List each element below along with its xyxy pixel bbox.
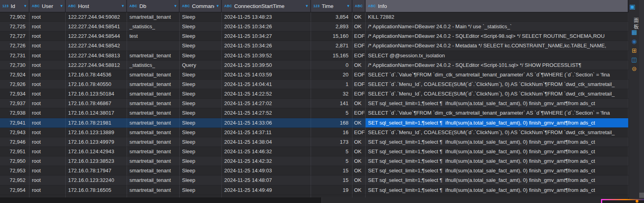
grid-cell[interactable]: 3,854: [311, 12, 352, 22]
grid-cell[interactable]: smartretail_tenant: [127, 70, 180, 80]
grid-cell[interactable]: smartretail_tenant: [127, 108, 180, 118]
grid-cell[interactable]: 122.227.244.94:58813: [66, 51, 127, 61]
grid-cell[interactable]: Sleep: [180, 70, 222, 80]
grid-cell[interactable]: OK: [352, 137, 366, 147]
grid-cell[interactable]: Sleep: [180, 147, 222, 156]
grid-cell[interactable]: 72,938: [0, 108, 29, 118]
grid-cell[interactable]: smartretail_tenant: [127, 166, 180, 176]
table-row[interactable]: 72,954root172.16.0.78:16505smartretail_t…: [0, 185, 628, 195]
horizontal-scrollbar-thumb[interactable]: [0, 197, 322, 203]
grid-cell[interactable]: 2024-11-25 14:04:41: [222, 80, 311, 89]
filter-arrow-icon[interactable]: ▼: [346, 4, 350, 8]
table-row[interactable]: 72,943root172.16.0.123:13889smartretail_…: [0, 128, 628, 137]
grid-cell[interactable]: [127, 41, 180, 51]
grid-cell[interactable]: 141: [311, 99, 352, 108]
grid-cell[interactable]: SET sql_select_limit=1;¶select ¶ ifnull(…: [366, 166, 628, 176]
grid-cell[interactable]: Sleep: [180, 41, 222, 51]
grid-cell[interactable]: OK: [352, 176, 366, 185]
grid-cell[interactable]: OK: [352, 166, 366, 176]
grid-cell[interactable]: KILL 72882: [366, 12, 628, 22]
table-row[interactable]: 72,950root172.16.0.123:38523smartretail_…: [0, 156, 628, 166]
grid-cell[interactable]: SELECT `d`.`Value`¶FROM `dim_ctk_smartre…: [366, 70, 628, 80]
grid-cell[interactable]: 2024-11-25 14:38:04: [222, 137, 311, 147]
grid-cell[interactable]: 2,893: [311, 22, 352, 31]
column-header-host[interactable]: ABCHost▼: [66, 0, 127, 12]
grid-cell[interactable]: 2024-11-25 10:39:50: [222, 61, 311, 70]
grid-cell[interactable]: root: [29, 22, 66, 31]
grid-cell[interactable]: 172.16.0.123:49979: [66, 137, 127, 147]
filter-arrow-icon[interactable]: ▼: [174, 4, 177, 8]
filter-arrow-icon[interactable]: ▼: [23, 4, 27, 8]
grid-cell[interactable]: 172.16.0.123:32240: [66, 176, 127, 185]
grid-cell[interactable]: EOF: [352, 89, 366, 99]
grid-cell[interactable]: Sleep: [180, 51, 222, 61]
grid-cell[interactable]: root: [29, 80, 66, 89]
layout-panel-icon[interactable]: ◫: [631, 56, 638, 63]
column-header-command[interactable]: ABCCommand▼: [180, 0, 222, 12]
grid-cell[interactable]: 122.227.244.94:58812: [66, 61, 127, 70]
grid-cell[interactable]: root: [29, 185, 66, 195]
grid-cell[interactable]: 172.16.0.78:46867: [66, 99, 127, 108]
grid-cell[interactable]: SELECT @@session.tx_isolation: [366, 51, 628, 61]
grid-cell[interactable]: root: [29, 156, 66, 166]
grid-cell[interactable]: smartretail_tenant: [127, 118, 180, 128]
grid-cell[interactable]: Sleep: [180, 22, 222, 31]
grid-cell[interactable]: EOF: [352, 70, 366, 80]
grid-cell[interactable]: 72,941: [0, 118, 29, 128]
grid-cell[interactable]: 2024-11-25 14:49:03: [222, 166, 311, 176]
grid-cell[interactable]: smartretail_tenant: [127, 147, 180, 156]
grid-cell[interactable]: 72,727: [0, 31, 29, 41]
table-row[interactable]: 72,941root172.16.0.78:21981smartretail_t…: [0, 118, 628, 128]
grid-cell[interactable]: smartretail_tenant: [127, 12, 180, 22]
grid-cell[interactable]: 172.16.0.124:38017: [66, 108, 127, 118]
grid-cell[interactable]: 72,951: [0, 147, 29, 156]
grid-cell[interactable]: root: [29, 70, 66, 80]
grid-cell[interactable]: 2024-11-25 10:39:52: [222, 51, 311, 61]
aggregate-panel-icon[interactable]: ⊜: [631, 65, 638, 72]
grid-cell[interactable]: 172.16.0.78:44536: [66, 70, 127, 80]
grid-cell[interactable]: Sleep: [180, 80, 222, 89]
grid-cell[interactable]: 122.227.244.94:58542: [66, 41, 127, 51]
grid-cell[interactable]: 173: [311, 137, 352, 147]
grid-cell[interactable]: 5: [311, 108, 352, 118]
grid-cell[interactable]: 15: [311, 176, 352, 185]
grid-cell[interactable]: 20: [311, 70, 352, 80]
grid-cell[interactable]: Sleep: [180, 166, 222, 176]
grid-cell[interactable]: 19: [311, 185, 352, 195]
grid-cell[interactable]: root: [29, 51, 66, 61]
grid-panel-icon[interactable]: ▦: [631, 29, 638, 35]
column-header-user[interactable]: ABCUser▼: [29, 0, 66, 12]
grid-cell[interactable]: 172.16.0.124:42943: [66, 147, 127, 156]
grid-cell[interactable]: root: [29, 89, 66, 99]
grid-cell[interactable]: /* ApplicationName=DBeaver 24.0.2 - SQLE…: [366, 61, 628, 70]
grid-cell[interactable]: SET sql_select_limit=1;¶select ¶ ifnull(…: [366, 147, 628, 156]
grid-cell[interactable]: SELECT `d`.`Menu_Id`, COALESCE(SUM(`d`.`…: [366, 89, 628, 99]
grid-cell[interactable]: EOF: [352, 31, 366, 41]
grid-cell[interactable]: Sleep: [180, 99, 222, 108]
vertical-scrollbar[interactable]: [639, 0, 644, 203]
table-row[interactable]: 72,934root172.16.0.123:50184smartretail_…: [0, 89, 628, 99]
grid-cell[interactable]: 72,943: [0, 128, 29, 137]
grid-cell[interactable]: 122.227.244.94:58544: [66, 31, 127, 41]
grid-cell[interactable]: 72,937: [0, 99, 29, 108]
grid-cell[interactable]: 72,731: [0, 51, 29, 61]
grid-cell[interactable]: 172.16.0.123:13889: [66, 128, 127, 137]
grid-cell[interactable]: Sleep: [180, 89, 222, 99]
grid-cell[interactable]: 122.227.244.94:58541: [66, 22, 127, 31]
grid-cell[interactable]: smartretail_tenant: [127, 80, 180, 89]
table-row[interactable]: 72,731root122.227.244.94:58813smartretai…: [0, 51, 628, 61]
grid-cell[interactable]: smartretail_tenant: [127, 99, 180, 108]
grid-cell[interactable]: 2024-11-25 14:49:49: [222, 185, 311, 195]
grid-cell[interactable]: 2024-11-25 14:27:52: [222, 108, 311, 118]
grid-cell[interactable]: 2024-11-25 14:33:06: [222, 118, 311, 128]
grid-cell[interactable]: Sleep: [180, 185, 222, 195]
grid-cell[interactable]: 168: [311, 118, 352, 128]
column-header-state[interactable]: ABC: [352, 0, 366, 12]
grid-cell[interactable]: /* ApplicationName=DBeaver 24.0.2 - Meta…: [366, 41, 628, 51]
grid-cell[interactable]: root: [29, 61, 66, 70]
grid-cell[interactable]: /* ApplicationName=DBeaver 24.0.2 - Main…: [366, 22, 628, 31]
grid-cell[interactable]: 72,726: [0, 41, 29, 51]
grid-cell[interactable]: 2024-11-25 10:34:27: [222, 31, 311, 41]
grid-cell[interactable]: root: [29, 147, 66, 156]
grid-cell[interactable]: Sleep: [180, 137, 222, 147]
